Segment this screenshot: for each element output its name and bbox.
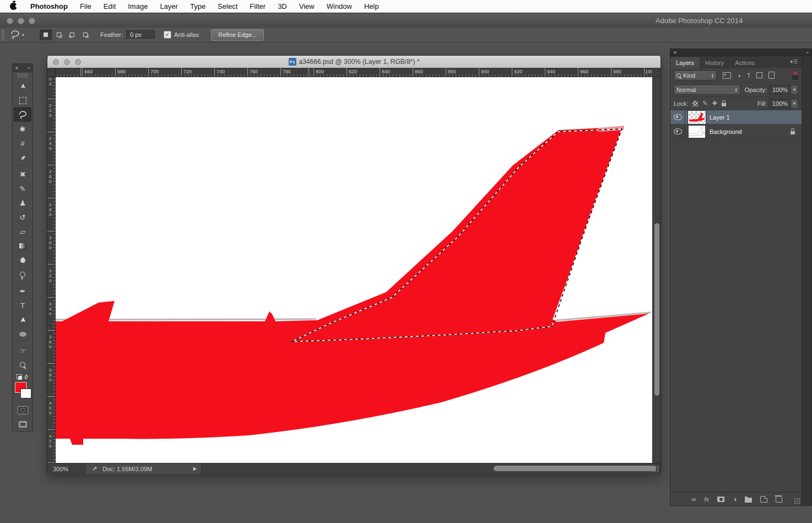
doc-minimize-button[interactable] — [64, 59, 70, 65]
refine-edge-button[interactable]: Refine Edge... — [211, 29, 264, 41]
tab-history[interactable]: History — [700, 57, 729, 68]
tool-pen[interactable]: ✒ — [13, 284, 33, 298]
panel-menu-icon[interactable]: ▾☰ — [790, 59, 798, 64]
layer-name[interactable]: Layer 1 — [710, 114, 730, 121]
menu-select[interactable]: Select — [212, 0, 243, 13]
tab-actions[interactable]: Actions — [729, 57, 760, 68]
menu-view[interactable]: View — [293, 0, 321, 13]
tool-move[interactable]: ➤ — [13, 79, 33, 93]
fill-value[interactable]: 100% — [769, 99, 791, 109]
tool-zoom[interactable] — [13, 358, 33, 372]
menu-help[interactable]: Help — [358, 0, 385, 13]
toolbox-close-icon[interactable]: ✕ — [15, 66, 19, 71]
selection-mode-new-button[interactable] — [40, 30, 52, 40]
tool-type[interactable]: T — [13, 298, 33, 312]
layer-filtering-toggle[interactable] — [792, 71, 798, 80]
doc-close-button[interactable] — [53, 59, 59, 65]
lock-pixels-icon[interactable]: ✎ — [702, 100, 707, 107]
tool-rectangular-marquee[interactable] — [13, 93, 33, 107]
tool-lasso-selected[interactable] — [14, 107, 31, 122]
horizontal-scrollbar[interactable] — [202, 463, 661, 474]
delete-layer-icon[interactable] — [776, 497, 782, 503]
tool-gradient[interactable] — [13, 239, 33, 253]
vertical-scrollbar-thumb[interactable] — [654, 223, 659, 396]
selection-mode-intersect-button[interactable] — [79, 30, 91, 40]
lock-transparency-icon[interactable] — [692, 101, 698, 106]
tool-history-brush[interactable]: ↺ — [13, 210, 33, 224]
background-color-swatch[interactable] — [20, 389, 31, 398]
panel-close-icon[interactable]: ✕ — [673, 50, 677, 55]
background-visibility-toggle[interactable] — [670, 125, 685, 138]
dock-collapse-icon[interactable]: » — [806, 50, 809, 55]
opacity-dropdown-icon[interactable]: ▼ — [791, 85, 798, 95]
apple-menu-icon[interactable] — [10, 3, 17, 10]
add-layer-mask-icon[interactable] — [717, 497, 724, 502]
tool-crop[interactable]: # — [13, 136, 33, 150]
vertical-ruler[interactable]: 200 220 240 260 280 300 320 340 360 380 … — [47, 77, 56, 463]
minimize-window-button[interactable] — [18, 18, 24, 24]
tool-spot-healing[interactable]: ✚ — [13, 167, 33, 181]
menu-edit[interactable]: Edit — [98, 0, 122, 13]
tool-blur[interactable] — [13, 253, 33, 267]
share-icon[interactable]: ⇗ — [92, 465, 97, 472]
quick-mask-button[interactable] — [13, 403, 33, 417]
window-resize-grip[interactable] — [652, 466, 659, 473]
tool-path-select[interactable]: ➤ — [13, 312, 33, 327]
tool-ellipse[interactable] — [13, 327, 33, 341]
tool-dodge[interactable] — [13, 267, 33, 282]
filter-adjustment-layers-icon[interactable]: ◑ — [737, 72, 741, 79]
fill-dropdown-icon[interactable]: ▼ — [791, 99, 798, 109]
zoom-level-field[interactable]: 300% — [47, 466, 85, 472]
toolbox-expand-icon[interactable]: » — [28, 66, 30, 71]
tool-eyedropper[interactable]: ✒ — [13, 150, 33, 165]
layer-name[interactable]: Background — [710, 128, 742, 135]
swap-colors-icon[interactable]: ⇄ — [23, 373, 30, 380]
horizontal-scrollbar-thumb[interactable] — [494, 466, 656, 471]
tool-eraser[interactable]: ▱ — [13, 224, 33, 239]
doc-zoom-button[interactable] — [75, 59, 81, 65]
lock-position-icon[interactable]: ✚ — [712, 100, 717, 107]
default-colors-icon[interactable] — [17, 374, 21, 379]
menu-3d[interactable]: 3D — [272, 0, 293, 13]
layer-row-background[interactable]: Background — [670, 125, 802, 139]
link-layers-icon[interactable]: ∞ — [691, 495, 696, 503]
tool-magic-wand[interactable]: ✱ — [13, 122, 33, 136]
menu-layer[interactable]: Layer — [154, 0, 184, 13]
vertical-scrollbar[interactable] — [652, 77, 661, 463]
selection-mode-subtract-button[interactable] — [66, 30, 78, 40]
menu-image[interactable]: Image — [122, 0, 154, 13]
selection-mode-add-button[interactable] — [53, 30, 65, 40]
layer-style-icon[interactable]: fx — [705, 496, 710, 503]
menu-filter[interactable]: Filter — [243, 0, 272, 13]
filter-kind-select[interactable]: Kind ▲▼ — [674, 71, 717, 80]
blend-mode-select[interactable]: Normal ▲▼ — [674, 85, 740, 95]
background-thumbnail[interactable] — [689, 126, 705, 138]
filter-smart-objects-icon[interactable] — [768, 72, 775, 79]
layer-row-layer1[interactable]: Layer 1 — [670, 110, 802, 125]
new-adjustment-layer-icon[interactable]: ◑ — [733, 495, 737, 503]
status-options-arrow-icon[interactable]: ▶ — [193, 466, 197, 471]
new-layer-icon[interactable] — [760, 496, 767, 503]
opacity-value[interactable]: 100% — [769, 85, 791, 95]
toolbox-grip[interactable] — [17, 73, 28, 78]
new-group-icon[interactable] — [745, 498, 752, 503]
feather-input[interactable] — [126, 30, 155, 40]
options-grip[interactable] — [1, 29, 5, 41]
layer1-visibility-toggle[interactable] — [670, 110, 685, 124]
tab-layers[interactable]: Layers — [670, 57, 700, 68]
tool-hand[interactable]: ☞ — [13, 343, 33, 358]
current-tool-lasso[interactable]: ▾ — [9, 30, 24, 40]
lock-all-icon[interactable] — [722, 103, 726, 106]
filter-pixel-layers-icon[interactable] — [723, 72, 731, 79]
zoom-window-button[interactable] — [29, 18, 35, 24]
document-title-bar[interactable]: Ps a34666.psd @ 300% (Layer 1, RGB/8*) * — [47, 56, 661, 68]
panel-resize-grip[interactable] — [794, 498, 801, 505]
layer1-thumbnail[interactable] — [689, 111, 705, 123]
canvas[interactable] — [56, 77, 652, 463]
horizontal-ruler[interactable]: 660 680 700 720 740 760 780 800 820 840 … — [56, 68, 652, 77]
menu-photoshop[interactable]: Photoshop — [27, 0, 74, 13]
filter-shape-layers-icon[interactable] — [756, 72, 762, 78]
filter-type-layers-icon[interactable]: T — [747, 72, 751, 79]
screen-mode-button[interactable] — [13, 417, 33, 432]
menu-file[interactable]: File — [74, 0, 98, 13]
